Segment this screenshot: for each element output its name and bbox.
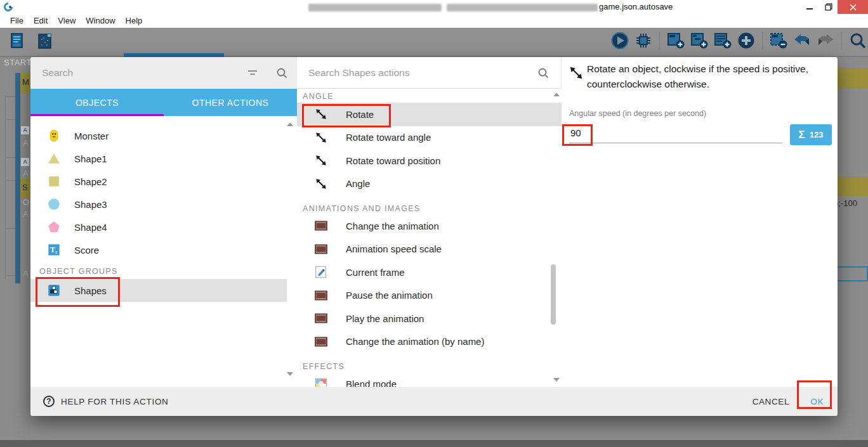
- action-item[interactable]: Pause the animation: [297, 284, 562, 308]
- inline-edit-box-fragment: [836, 266, 868, 282]
- action-item-label: Play the animation: [346, 313, 424, 324]
- toolbar-separator: [762, 31, 763, 50]
- action-item[interactable]: Change the animation: [297, 214, 562, 238]
- add-comment-icon[interactable]: [713, 31, 732, 50]
- close-button[interactable]: [838, 0, 868, 14]
- scroll-down-icon[interactable]: [287, 372, 293, 376]
- event-text-fragment: A: [23, 138, 29, 148]
- pentagon-icon: [47, 220, 61, 234]
- application-window: game.json.autosave File Edit View Window…: [0, 0, 868, 447]
- object-item[interactable]: Shape1: [30, 147, 287, 170]
- event-text-fragment: A: [23, 169, 29, 178]
- event-header-fragment: S: [20, 179, 30, 199]
- project-manager-icon[interactable]: [9, 32, 28, 51]
- status-bar-dimmed: [0, 440, 868, 447]
- tab-objects[interactable]: OBJECTS: [30, 89, 164, 116]
- add-event-icon[interactable]: [666, 31, 685, 50]
- action-item-label: Angle: [346, 178, 370, 189]
- actions-list: ANGLERotateRotate toward angleRotate tow…: [297, 89, 562, 387]
- object-groups-header: OBJECT GROUPS: [30, 261, 287, 279]
- window-title: game.json.autosave: [599, 2, 673, 11]
- search-icon[interactable]: [275, 67, 288, 82]
- film-icon: [314, 219, 328, 233]
- event-action-text-fragment: );-100: [836, 198, 857, 208]
- action-item[interactable]: Rotate toward angle: [297, 126, 562, 150]
- object-item-label: Score: [74, 245, 99, 256]
- menu-edit[interactable]: Edit: [29, 14, 53, 28]
- event-header-fragment: [838, 177, 868, 196]
- rotate-icon: [314, 177, 328, 191]
- scroll-up-icon[interactable]: [553, 93, 560, 96]
- action-item[interactable]: Angle: [297, 172, 562, 196]
- circle-icon: [47, 197, 61, 211]
- redo-icon[interactable]: [816, 31, 835, 50]
- menu-help[interactable]: Help: [121, 14, 148, 28]
- objects-search-input[interactable]: [41, 65, 237, 81]
- event-header-fragment: [838, 68, 868, 89]
- scroll-down-icon[interactable]: [553, 378, 560, 382]
- close-icon: [850, 4, 857, 11]
- score-icon: Tx: [47, 243, 61, 257]
- cancel-button[interactable]: CANCEL: [753, 387, 789, 416]
- search-icon[interactable]: [537, 67, 549, 82]
- film-icon: [314, 311, 328, 325]
- film-icon: [314, 335, 328, 349]
- scroll-up-icon[interactable]: [287, 122, 293, 126]
- action-item-label: Animation speed scale: [346, 243, 442, 254]
- action-item-label: Pause the animation: [346, 290, 433, 301]
- help-button[interactable]: ? HELP FOR THIS ACTION: [43, 387, 169, 416]
- tab-other-actions[interactable]: OTHER ACTIONS: [164, 89, 297, 116]
- menu-file[interactable]: File: [5, 14, 29, 28]
- action-item[interactable]: Current frame: [297, 261, 562, 284]
- title-bar: game.json.autosave: [0, 0, 868, 14]
- toolbar-separator: [841, 31, 842, 50]
- start-page-icon[interactable]: [36, 32, 55, 51]
- undo-icon[interactable]: [792, 31, 812, 50]
- events-tree-stub: [5, 157, 15, 158]
- add-subevent-icon[interactable]: [690, 31, 709, 50]
- actions-search-bar: [297, 57, 562, 89]
- timer-icon-fragment: [23, 199, 29, 205]
- svg-text:T: T: [50, 245, 55, 254]
- minimize-button[interactable]: [801, 0, 819, 14]
- object-item[interactable]: Shape2: [30, 170, 287, 193]
- expression-editor-button[interactable]: Σ 123: [790, 124, 832, 145]
- monster-icon: [47, 129, 61, 143]
- menu-window[interactable]: Window: [81, 14, 120, 28]
- toolbar-separator: [659, 31, 660, 50]
- events-tree-stub: [5, 180, 15, 181]
- object-item[interactable]: Shape3: [30, 193, 287, 216]
- object-item[interactable]: Monster: [30, 124, 287, 147]
- action-item[interactable]: Blend mode: [297, 372, 562, 387]
- menu-view[interactable]: View: [53, 14, 81, 28]
- delete-event-icon[interactable]: [769, 31, 788, 50]
- debug-icon[interactable]: [634, 31, 653, 50]
- blend-icon: [314, 377, 328, 387]
- action-item[interactable]: Change the animation (by name): [297, 330, 562, 354]
- dialog-footer: ? HELP FOR THIS ACTION CANCEL OK: [30, 387, 838, 416]
- add-circle-icon[interactable]: [737, 31, 756, 50]
- search-icon[interactable]: [848, 31, 867, 50]
- maximize-button[interactable]: [820, 0, 838, 14]
- triangle-icon: [47, 152, 61, 165]
- events-tree-stub: [5, 119, 15, 120]
- events-tree-stub: [5, 275, 15, 276]
- object-item[interactable]: TxScore: [30, 238, 287, 261]
- play-icon[interactable]: [610, 31, 629, 50]
- angular-speed-input[interactable]: [569, 123, 782, 143]
- object-item-label: Monster: [74, 131, 109, 141]
- object-item[interactable]: Shape4: [30, 216, 287, 238]
- action-item-label: Change the animation (by name): [346, 336, 484, 347]
- help-icon: ?: [43, 396, 55, 407]
- filter-icon[interactable]: [246, 67, 259, 82]
- action-item[interactable]: Rotate toward position: [297, 149, 562, 172]
- menu-bar: File Edit View Window Help: [0, 14, 868, 28]
- scrollbar-thumb[interactable]: [551, 264, 556, 325]
- actions-search-input[interactable]: [307, 65, 523, 81]
- sigma-icon: Σ: [799, 129, 805, 141]
- action-item[interactable]: Animation speed scale: [297, 238, 562, 261]
- action-item[interactable]: Play the animation: [297, 307, 562, 330]
- object-item-label: Shape4: [74, 222, 107, 233]
- film-icon: [314, 242, 328, 256]
- svg-text:x: x: [55, 249, 58, 255]
